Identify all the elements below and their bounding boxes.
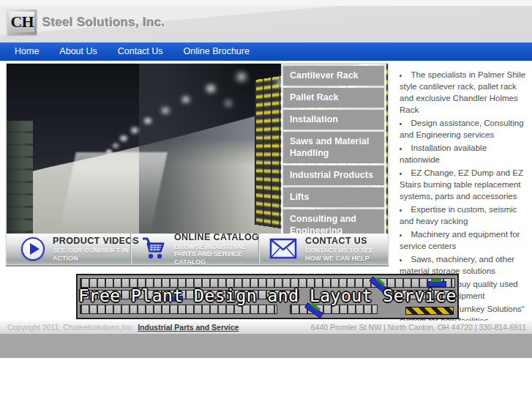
nav-item-home[interactable]: Home <box>4 42 49 61</box>
product-videos-button[interactable]: PRODUCT VIDEOS SEE OUR COMBILIFT IN ACTI… <box>7 234 130 264</box>
menu-item-installation[interactable]: Installation <box>283 110 384 130</box>
promo-subtitle: SEE OUR COMBILIFT IN ACTION <box>53 247 139 262</box>
footer-bar: Copyright 2011, Chsteelsolutions,Inc. In… <box>0 321 532 334</box>
nav-item-contact-us[interactable]: Contact Us <box>108 42 173 61</box>
free-plant-design-banner[interactable]: Free Plant Design and Layout Service <box>76 274 459 319</box>
footer-gray-strip <box>0 334 532 358</box>
highlight-item: Installation available nationwide <box>400 142 528 165</box>
menu-item-pallet-rack[interactable]: Pallet Rack <box>283 88 384 108</box>
promo-subtitle: CONTACT US TO SEE HOW WE CAN HELP <box>305 247 391 262</box>
copyright-text: Copyright 2011, Chsteelsolutions,Inc. <box>7 323 134 332</box>
highlight-item: Design assistance, Consulting and Engine… <box>400 117 528 141</box>
top-strip <box>0 0 532 6</box>
company-logo[interactable]: CH <box>7 10 37 34</box>
highlight-item: Machinery and equipment for service cent… <box>400 228 528 252</box>
product-menu: Cantilever Rack Pallet Rack Installation… <box>281 64 386 243</box>
nav-item-about-us[interactable]: About Us <box>49 42 107 61</box>
menu-item-saws-material-handling[interactable]: Saws and Material Handling <box>283 132 384 163</box>
main-nav: Home About Us Contact Us Online Brochure <box>0 42 532 61</box>
menu-item-industrial-products[interactable]: Industrial Products <box>283 165 384 185</box>
promo-row: PRODUCT VIDEOS SEE OUR COMBILIFT IN ACTI… <box>7 234 388 264</box>
contact-us-button[interactable]: CONTACT US CONTACT US TO SEE HOW WE CAN … <box>258 234 388 264</box>
cart-icon <box>141 236 166 261</box>
menu-item-lifts[interactable]: Lifts <box>283 187 384 207</box>
envelope-icon <box>269 238 297 260</box>
banner-hazard-stripe <box>405 307 454 315</box>
online-catalog-button[interactable]: ONLINE CATALOG BROWSE INDUSTRIAL PARTS A… <box>130 234 258 264</box>
banner-text: Free Plant Design and Layout Service <box>78 286 457 305</box>
highlight-item: The specialists in Palmer Shile style ca… <box>400 69 528 116</box>
play-icon <box>21 237 45 261</box>
highlight-item: EZ Change, EZ Dump and EZ Stairs burning… <box>400 167 528 202</box>
promo-title: ONLINE CATALOG <box>174 232 261 242</box>
page: CH Steel Solutions, Inc. Home About Us C… <box>0 0 532 399</box>
promo-subtitle: BROWSE INDUSTRIAL PARTS AND SERVICE CATA… <box>174 243 261 266</box>
photo-left-racks <box>7 121 33 234</box>
company-name: Steel Solutions, Inc. <box>42 15 165 30</box>
nav-item-online-brochure[interactable]: Online Brochure <box>173 42 260 61</box>
photo-ceiling-lights <box>7 64 11 67</box>
promo-title: CONTACT US <box>305 236 391 246</box>
promo-title: PRODUCT VIDEOS <box>53 236 139 246</box>
industrial-parts-link[interactable]: Industrial Parts and Service <box>138 323 239 332</box>
photo-floor-shine <box>59 152 168 234</box>
banner-rack-band <box>80 305 277 314</box>
address-text: 6440 Promler St NW | North Canton, OH 44… <box>311 323 526 332</box>
menu-item-cantilever-rack[interactable]: Cantilever Rack <box>283 66 384 86</box>
highlight-item: Expertise in custom, seismic and heavy r… <box>400 204 528 227</box>
logo-initials: CH <box>10 12 34 32</box>
header: CH Steel Solutions, Inc. <box>0 6 532 42</box>
banner-rack-band <box>290 305 378 314</box>
hero-block: Cantilever Rack Pallet Rack Installation… <box>6 63 389 265</box>
